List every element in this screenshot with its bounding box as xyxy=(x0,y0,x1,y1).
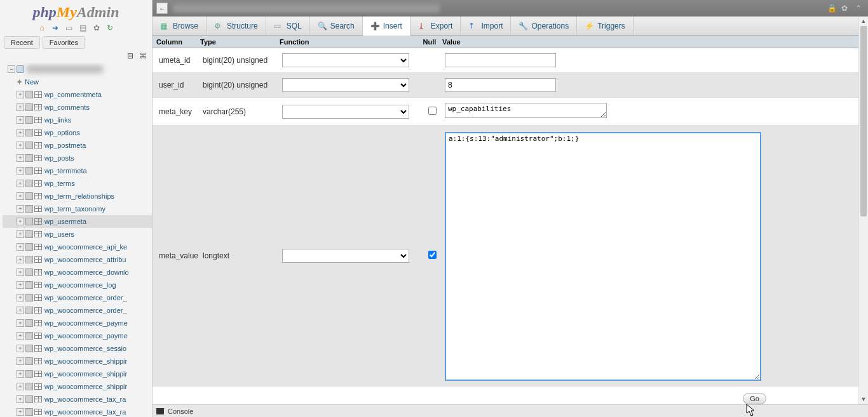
tree-table-wp_woocommerce_attribu[interactable]: +wp_woocommerce_attribu xyxy=(3,253,152,266)
plus-icon[interactable]: + xyxy=(17,129,24,136)
plus-icon[interactable]: + xyxy=(17,395,24,403)
sql-window-icon[interactable]: ▭ xyxy=(65,23,74,32)
tree-table-wp_terms[interactable]: +wp_terms xyxy=(3,177,152,190)
db-name-blurred[interactable] xyxy=(27,65,103,73)
tree-table-wp_term_taxonomy[interactable]: +wp_term_taxonomy xyxy=(3,202,152,215)
table-label[interactable]: wp_woocommerce_payme xyxy=(44,319,128,327)
tree-table-wp_woocommerce_tax_ra[interactable]: +wp_woocommerce_tax_ra xyxy=(3,406,152,417)
structure-icon[interactable] xyxy=(25,129,33,136)
plus-icon[interactable]: + xyxy=(17,167,24,175)
favorites-tab[interactable]: Favorites xyxy=(43,36,85,49)
scroll-down-arrow[interactable]: ▼ xyxy=(859,395,868,404)
tab-operations[interactable]: 🔧Operations xyxy=(511,17,577,35)
structure-icon[interactable] xyxy=(25,116,33,124)
lock-icon[interactable]: 🔒 xyxy=(827,4,836,13)
collapse-top-icon[interactable]: ⌃ xyxy=(855,4,864,13)
structure-icon[interactable] xyxy=(25,205,33,213)
plus-icon[interactable]: + xyxy=(17,154,24,162)
recent-tab[interactable]: Recent xyxy=(4,36,40,49)
table-label[interactable]: wp_woocommerce_order_ xyxy=(44,307,127,314)
structure-icon[interactable] xyxy=(25,154,33,162)
plus-icon[interactable]: + xyxy=(17,116,24,124)
tree-table-wp_usermeta[interactable]: +wp_usermeta xyxy=(3,215,152,228)
plus-icon[interactable]: + xyxy=(17,142,24,149)
scroll-thumb[interactable] xyxy=(860,26,867,216)
tree-table-wp_woocommerce_log[interactable]: +wp_woocommerce_log xyxy=(3,279,152,291)
tree-table-wp_commentmeta[interactable]: +wp_commentmeta xyxy=(3,88,152,101)
tree-table-wp_users[interactable]: +wp_users xyxy=(3,228,152,241)
go-button[interactable]: Go xyxy=(743,393,766,404)
structure-icon[interactable] xyxy=(25,243,33,251)
table-label[interactable]: wp_links xyxy=(44,116,71,124)
plus-icon[interactable]: + xyxy=(17,281,24,289)
tab-search[interactable]: 🔍Search xyxy=(310,17,363,35)
structure-icon[interactable] xyxy=(25,307,33,314)
table-label[interactable]: wp_users xyxy=(44,230,74,238)
new-label[interactable]: New xyxy=(25,78,39,86)
structure-icon[interactable] xyxy=(25,268,33,276)
structure-icon[interactable] xyxy=(25,167,33,175)
structure-icon[interactable] xyxy=(25,256,33,263)
minus-icon[interactable]: − xyxy=(8,65,15,73)
tab-structure[interactable]: ⚙Structure xyxy=(207,17,266,35)
table-label[interactable]: wp_woocommerce_shippir xyxy=(44,370,127,378)
tree-table-wp_comments[interactable]: +wp_comments xyxy=(3,101,152,114)
table-label[interactable]: wp_posts xyxy=(44,154,74,162)
table-label[interactable]: wp_terms xyxy=(44,180,75,187)
value-input-user_id[interactable] xyxy=(445,78,556,92)
structure-icon[interactable] xyxy=(25,294,33,301)
tree-table-wp_woocommerce_shippir[interactable]: +wp_woocommerce_shippir xyxy=(3,380,152,393)
function-select-user_id[interactable] xyxy=(282,78,409,92)
tab-import[interactable]: ⤒Import xyxy=(461,17,511,35)
table-label[interactable]: wp_commentmeta xyxy=(44,91,102,98)
tab-export[interactable]: ⤓Export xyxy=(410,17,461,35)
tree-table-wp_woocommerce_shippir[interactable]: +wp_woocommerce_shippir xyxy=(3,367,152,380)
plus-icon[interactable]: + xyxy=(17,332,24,340)
tab-insert[interactable]: ➕Insert xyxy=(363,17,410,36)
table-label[interactable]: wp_woocommerce_payme xyxy=(44,332,128,340)
table-label[interactable]: wp_woocommerce_downlo xyxy=(44,268,129,276)
table-label[interactable]: wp_woocommerce_shippir xyxy=(44,383,127,390)
tree-server[interactable]: − xyxy=(3,63,152,76)
plus-icon[interactable]: + xyxy=(17,307,24,314)
tree-table-wp_woocommerce_shippir[interactable]: +wp_woocommerce_shippir xyxy=(3,355,152,367)
structure-icon[interactable] xyxy=(25,218,33,225)
tree-table-wp_woocommerce_order_[interactable]: +wp_woocommerce_order_ xyxy=(3,291,152,304)
plus-icon[interactable]: + xyxy=(17,268,24,276)
structure-icon[interactable] xyxy=(25,395,33,403)
console-bar[interactable]: Console xyxy=(153,404,868,417)
function-select-umeta_id[interactable] xyxy=(282,53,409,67)
plus-icon[interactable]: + xyxy=(17,243,24,251)
table-label[interactable]: wp_woocommerce_api_ke xyxy=(44,243,127,251)
table-label[interactable]: wp_options xyxy=(44,129,80,136)
tree-table-wp_woocommerce_downlo[interactable]: +wp_woocommerce_downlo xyxy=(3,266,152,279)
plus-icon[interactable]: + xyxy=(17,103,24,111)
docs-icon[interactable]: ▤ xyxy=(78,23,87,32)
table-label[interactable]: wp_term_taxonomy xyxy=(44,205,105,213)
table-label[interactable]: wp_woocommerce_attribu xyxy=(44,256,126,263)
plus-icon[interactable]: + xyxy=(17,345,24,352)
plus-icon[interactable]: + xyxy=(17,230,24,238)
tree-new[interactable]: ✦ New xyxy=(3,76,152,88)
plus-icon[interactable]: + xyxy=(17,91,24,98)
home-icon[interactable]: ⌂ xyxy=(37,23,46,32)
settings-icon[interactable]: ✿ xyxy=(92,23,101,32)
tab-sql[interactable]: ▭SQL xyxy=(266,17,310,35)
structure-icon[interactable] xyxy=(25,91,33,98)
tree-table-wp_links[interactable]: +wp_links xyxy=(3,114,152,126)
plus-icon[interactable]: + xyxy=(17,180,24,187)
structure-icon[interactable] xyxy=(25,142,33,149)
structure-icon[interactable] xyxy=(25,180,33,187)
table-label[interactable]: wp_comments xyxy=(44,103,90,111)
structure-icon[interactable] xyxy=(25,332,33,340)
structure-icon[interactable] xyxy=(25,357,33,365)
null-checkbox-meta_value[interactable] xyxy=(428,251,437,259)
tree-table-wp_woocommerce_payme[interactable]: +wp_woocommerce_payme xyxy=(3,329,152,342)
back-button[interactable]: ← xyxy=(156,3,168,14)
tree-table-wp_term_relationships[interactable]: +wp_term_relationships xyxy=(3,190,152,202)
structure-icon[interactable] xyxy=(25,192,33,200)
logout-icon[interactable]: ➜ xyxy=(51,23,60,32)
structure-icon[interactable] xyxy=(25,408,33,416)
tree-table-wp_postmeta[interactable]: +wp_postmeta xyxy=(3,139,152,152)
value-textarea-meta_value[interactable]: a:1:{s:13:"administrator";b:1;} xyxy=(445,132,761,381)
